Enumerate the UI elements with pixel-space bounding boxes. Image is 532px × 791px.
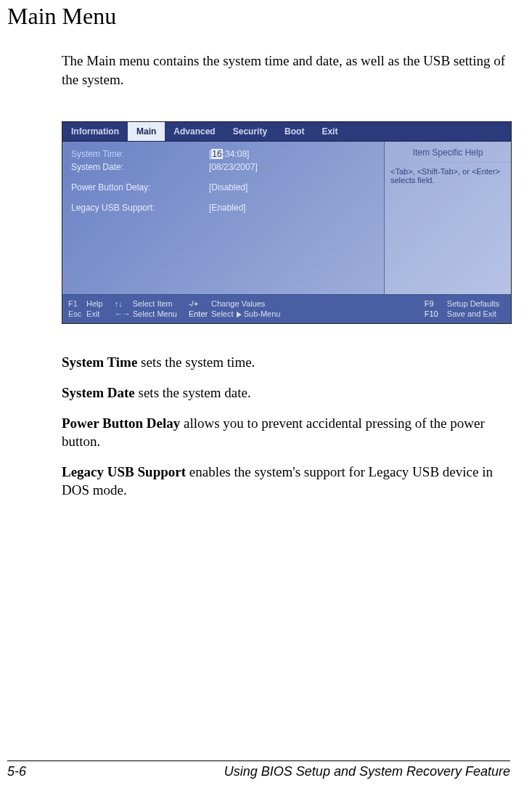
key-enter: Enter <box>189 309 209 318</box>
intro-paragraph: The Main menu contains the system time a… <box>62 52 510 89</box>
bios-help-panel: Item Specific Help <Tab>, <Shift-Tab>, o… <box>384 142 511 294</box>
tab-exit[interactable]: Exit <box>313 122 346 141</box>
key-enter-label-a: Select <box>211 309 234 318</box>
setting-system-date[interactable]: System Date: [08/23/2007] <box>71 162 375 172</box>
page: Main Menu The Main menu contains the sys… <box>0 3 532 791</box>
key-f9-label: Setup Defaults <box>447 299 499 308</box>
def-legacy-usb-support: Legacy USB Support enables the system's … <box>62 463 510 500</box>
tab-security[interactable]: Security <box>224 122 276 141</box>
tab-advanced[interactable]: Advanced <box>165 122 224 141</box>
page-footer: 5-6 Using BIOS Setup and System Recovery… <box>7 760 510 779</box>
footer-group-2: ↑↓ Select Item ←→ Select Menu <box>115 299 177 319</box>
gap <box>71 175 375 182</box>
help-panel-body: <Tab>, <Shift-Tab>, or <Enter> selects f… <box>385 163 511 294</box>
key-esc: Esc <box>68 309 84 318</box>
section-title: Using BIOS Setup and System Recovery Fea… <box>224 764 510 779</box>
def-system-date: System Date sets the system date. <box>62 384 510 402</box>
setting-value[interactable]: [16:34:08] <box>209 149 249 159</box>
setting-label: Power Button Delay: <box>71 182 209 192</box>
setting-label: System Date: <box>71 162 209 172</box>
bios-screenshot: Information Main Advanced Security Boot … <box>62 121 512 324</box>
bios-settings-panel: System Time: [16:34:08] System Date: [08… <box>62 142 384 294</box>
footer-group-1: F1 Help Esc Exit <box>68 299 103 319</box>
tab-main[interactable]: Main <box>128 122 165 141</box>
definitions: System Time sets the system time. System… <box>62 353 510 500</box>
setting-label: Legacy USB Support: <box>71 203 209 213</box>
tab-boot[interactable]: Boot <box>276 122 313 141</box>
key-f10-label: Save and Exit <box>447 309 496 318</box>
triangle-right-icon: ▶ <box>236 309 240 319</box>
arrows-horizontal-icon: ←→ <box>115 309 131 318</box>
bios-body: System Time: [16:34:08] System Date: [08… <box>62 142 511 294</box>
key-esc-label: Exit <box>86 309 99 318</box>
footer-group-4: F9 Setup Defaults F10 Save and Exit <box>425 299 499 319</box>
setting-value[interactable]: [Enabled] <box>209 203 246 213</box>
key-f1: F1 <box>68 299 84 308</box>
arrows-vertical-icon: ↑↓ <box>115 299 131 308</box>
gap <box>71 195 375 203</box>
key-f1-label: Help <box>86 299 103 308</box>
arrows-v-label: Select Item <box>133 299 173 308</box>
setting-value[interactable]: [08/23/2007] <box>209 162 258 172</box>
key-plusminus: -/+ <box>189 299 209 308</box>
key-f9: F9 <box>425 299 445 308</box>
arrows-h-label: Select Menu <box>133 309 177 318</box>
def-system-time: System Time sets the system time. <box>62 353 510 372</box>
def-power-button-delay: Power Button Delay allows you to prevent… <box>62 414 510 451</box>
setting-value[interactable]: [Disabled] <box>209 182 247 192</box>
page-number: 5-6 <box>7 764 26 779</box>
bios-tab-bar: Information Main Advanced Security Boot … <box>62 122 511 142</box>
key-f10: F10 <box>425 309 445 318</box>
setting-power-button-delay[interactable]: Power Button Delay: [Disabled] <box>71 182 375 192</box>
bios-footer: F1 Help Esc Exit ↑↓ Select Item ←→ Selec… <box>62 294 511 323</box>
footer-group-3: -/+ Change Values Enter Select ▶ Sub-Men… <box>189 299 281 319</box>
setting-system-time[interactable]: System Time: [16:34:08] <box>71 149 375 159</box>
setting-label: System Time: <box>71 149 209 159</box>
setting-legacy-usb-support[interactable]: Legacy USB Support: [Enabled] <box>71 203 375 213</box>
key-plusminus-label: Change Values <box>211 299 265 308</box>
page-title: Main Menu <box>7 3 510 30</box>
tab-information[interactable]: Information <box>62 122 128 141</box>
key-enter-label-b: Sub-Menu <box>244 309 281 318</box>
help-panel-title: Item Specific Help <box>385 142 511 163</box>
